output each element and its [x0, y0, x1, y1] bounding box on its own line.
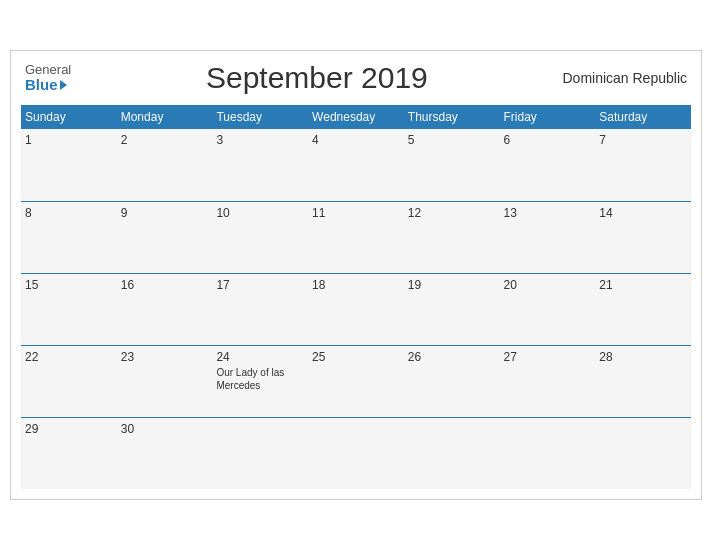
calendar-day-cell: 8 — [21, 201, 117, 273]
day-number: 17 — [216, 278, 304, 292]
calendar-day-cell: 25 — [308, 345, 404, 417]
weekday-header-tuesday: Tuesday — [212, 105, 308, 129]
calendar-day-cell: 4 — [308, 129, 404, 201]
calendar-day-cell: 11 — [308, 201, 404, 273]
calendar-day-cell — [308, 417, 404, 489]
calendar-container: General Blue September 2019 Dominican Re… — [10, 50, 702, 500]
calendar-day-cell: 28 — [595, 345, 691, 417]
calendar-day-cell: 26 — [404, 345, 500, 417]
calendar-day-cell: 20 — [500, 273, 596, 345]
calendar-thead: SundayMondayTuesdayWednesdayThursdayFrid… — [21, 105, 691, 129]
calendar-day-cell: 24Our Lady of las Mercedes — [212, 345, 308, 417]
calendar-day-cell: 23 — [117, 345, 213, 417]
calendar-week-row: 1234567 — [21, 129, 691, 201]
calendar-day-cell: 30 — [117, 417, 213, 489]
calendar-week-row: 15161718192021 — [21, 273, 691, 345]
day-number: 12 — [408, 206, 496, 220]
calendar-body: 123456789101112131415161718192021222324O… — [21, 129, 691, 489]
calendar-day-cell: 1 — [21, 129, 117, 201]
weekday-header-thursday: Thursday — [404, 105, 500, 129]
day-number: 8 — [25, 206, 113, 220]
calendar-day-cell: 15 — [21, 273, 117, 345]
day-number: 5 — [408, 133, 496, 147]
day-number: 23 — [121, 350, 209, 364]
day-number: 2 — [121, 133, 209, 147]
calendar-day-cell: 12 — [404, 201, 500, 273]
calendar-week-row: 2930 — [21, 417, 691, 489]
calendar-title: September 2019 — [71, 61, 562, 95]
calendar-day-cell: 21 — [595, 273, 691, 345]
day-number: 1 — [25, 133, 113, 147]
calendar-day-cell — [404, 417, 500, 489]
calendar-day-cell: 17 — [212, 273, 308, 345]
calendar-day-cell: 9 — [117, 201, 213, 273]
calendar-day-cell — [500, 417, 596, 489]
calendar-table: SundayMondayTuesdayWednesdayThursdayFrid… — [21, 105, 691, 489]
calendar-day-cell: 18 — [308, 273, 404, 345]
calendar-day-cell: 13 — [500, 201, 596, 273]
weekday-header-monday: Monday — [117, 105, 213, 129]
day-number: 29 — [25, 422, 113, 436]
calendar-day-cell — [595, 417, 691, 489]
logo-triangle-icon — [60, 80, 67, 90]
day-number: 25 — [312, 350, 400, 364]
weekday-header-wednesday: Wednesday — [308, 105, 404, 129]
day-number: 21 — [599, 278, 687, 292]
logo: General Blue — [25, 63, 71, 94]
day-number: 19 — [408, 278, 496, 292]
weekday-header-friday: Friday — [500, 105, 596, 129]
day-number: 28 — [599, 350, 687, 364]
day-number: 3 — [216, 133, 304, 147]
calendar-day-cell: 7 — [595, 129, 691, 201]
logo-blue-text: Blue — [25, 77, 71, 94]
day-number: 15 — [25, 278, 113, 292]
day-number: 9 — [121, 206, 209, 220]
day-number: 30 — [121, 422, 209, 436]
calendar-day-cell: 3 — [212, 129, 308, 201]
weekday-header-saturday: Saturday — [595, 105, 691, 129]
day-number: 18 — [312, 278, 400, 292]
calendar-day-cell: 29 — [21, 417, 117, 489]
calendar-day-cell: 19 — [404, 273, 500, 345]
calendar-day-cell: 27 — [500, 345, 596, 417]
day-number: 4 — [312, 133, 400, 147]
logo-general-text: General — [25, 63, 71, 77]
day-number: 11 — [312, 206, 400, 220]
day-number: 10 — [216, 206, 304, 220]
day-number: 22 — [25, 350, 113, 364]
calendar-day-cell: 2 — [117, 129, 213, 201]
day-number: 7 — [599, 133, 687, 147]
day-number: 16 — [121, 278, 209, 292]
day-number: 20 — [504, 278, 592, 292]
calendar-day-cell: 6 — [500, 129, 596, 201]
day-event: Our Lady of las Mercedes — [216, 366, 304, 392]
calendar-day-cell: 14 — [595, 201, 691, 273]
calendar-week-row: 222324Our Lady of las Mercedes25262728 — [21, 345, 691, 417]
day-number: 14 — [599, 206, 687, 220]
day-number: 27 — [504, 350, 592, 364]
day-number: 13 — [504, 206, 592, 220]
calendar-day-cell: 16 — [117, 273, 213, 345]
calendar-country: Dominican Republic — [562, 70, 687, 86]
weekday-header-row: SundayMondayTuesdayWednesdayThursdayFrid… — [21, 105, 691, 129]
calendar-header: General Blue September 2019 Dominican Re… — [21, 61, 691, 95]
calendar-day-cell: 5 — [404, 129, 500, 201]
weekday-header-sunday: Sunday — [21, 105, 117, 129]
day-number: 6 — [504, 133, 592, 147]
calendar-day-cell: 10 — [212, 201, 308, 273]
calendar-week-row: 891011121314 — [21, 201, 691, 273]
day-number: 24 — [216, 350, 304, 364]
day-number: 26 — [408, 350, 496, 364]
calendar-day-cell: 22 — [21, 345, 117, 417]
calendar-day-cell — [212, 417, 308, 489]
